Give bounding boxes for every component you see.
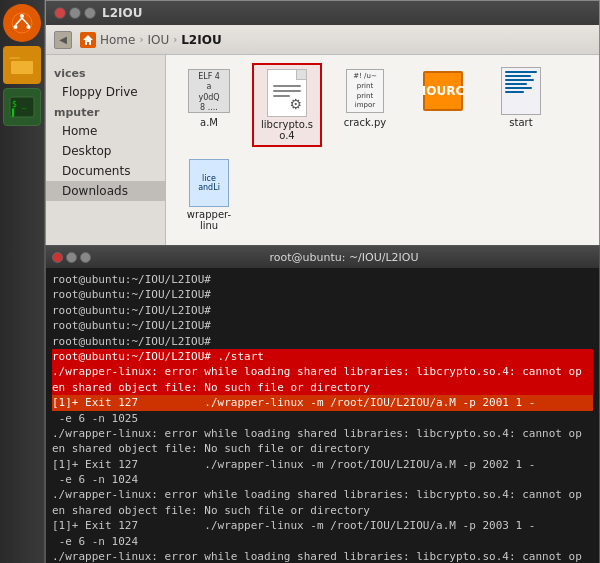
desktop-label: Desktop: [62, 144, 112, 158]
maximize-button[interactable]: [84, 7, 96, 19]
breadcrumb-sep-1: ›: [139, 34, 143, 45]
dock-icon-ubuntu[interactable]: [3, 4, 41, 42]
crackpy-icon-img: #! /u~printprintimpor: [341, 67, 389, 115]
iourc-icon-visual: IOURC: [423, 71, 463, 111]
start-icon-img: [497, 67, 545, 115]
dock-icon-xterm[interactable]: $ _ ▌: [3, 88, 41, 126]
minimize-button[interactable]: [69, 7, 81, 19]
home-icon[interactable]: [80, 32, 96, 48]
breadcrumb-sep-2: ›: [173, 34, 177, 45]
floppy-label: Floppy Drive: [62, 85, 138, 99]
sidebar-item-desktop[interactable]: Desktop: [46, 141, 165, 161]
wrapper-icon-img: liceandLi: [185, 159, 233, 207]
file-icon-wrapper[interactable]: liceandLi wrapper-linu: [174, 155, 244, 235]
file-icon-elf[interactable]: ELF 4ay0dQ8 .... a.M: [174, 63, 244, 147]
term-line-start-cmd: root@ubuntu:~/IOU/L2IOU# ./start: [52, 349, 593, 364]
lib-icon-corner: [296, 70, 306, 80]
breadcrumb-iou[interactable]: IOU: [147, 33, 169, 47]
fm-titlebar: L2IOU: [46, 1, 599, 25]
terminal-body[interactable]: root@ubuntu:~/IOU/L2IOU# root@ubuntu:~/I…: [46, 268, 599, 563]
py-icon-visual: #! /u~printprintimpor: [346, 69, 384, 113]
term-line-opt3: -e 6 -n 1024: [52, 534, 593, 549]
term-max-button[interactable]: [80, 252, 91, 263]
wrapper-icon-visual: liceandLi: [189, 159, 229, 207]
start-icon-label: start: [509, 117, 532, 128]
lib-icon-visual: ⚙: [267, 69, 307, 117]
xterm-icon: $ _ ▌: [9, 96, 35, 118]
elf-icon-label: a.M: [200, 117, 218, 128]
term-line-error1a: ./wrapper-linux: error while loading sha…: [52, 364, 593, 379]
dock: $ _ ▌: [0, 0, 45, 563]
sidebar-section-devices: vices: [46, 63, 165, 82]
breadcrumb-home[interactable]: Home: [100, 33, 135, 47]
home-item-label: Home: [62, 124, 97, 138]
file-icon-start[interactable]: start: [486, 63, 556, 147]
fm-content: ELF 4ay0dQ8 .... a.M ⚙: [166, 55, 599, 259]
term-line-exit1: [1]+ Exit 127 ./wrapper-linux -m /root/I…: [52, 395, 593, 410]
elf-icon-visual: ELF 4ay0dQ8 ....: [188, 69, 230, 113]
term-line-4: root@ubuntu:~/IOU/L2IOU#: [52, 318, 593, 333]
term-line-3: root@ubuntu:~/IOU/L2IOU#: [52, 303, 593, 318]
dock-icon-files[interactable]: [3, 46, 41, 84]
term-close-button[interactable]: [52, 252, 63, 263]
gear-icon: ⚙: [289, 96, 302, 112]
wrapper-icon-label: wrapper-linu: [178, 209, 240, 231]
close-button[interactable]: [54, 7, 66, 19]
term-line-opt1: -e 6 -n 1025: [52, 411, 593, 426]
fm-sidebar: vices Floppy Drive mputer Home Desktop D…: [46, 55, 166, 259]
libcrypto-icon-img: ⚙: [263, 69, 311, 117]
file-icon-libcrypto[interactable]: ⚙ libcrypto.so.4: [252, 63, 322, 147]
term-line-error2a: ./wrapper-linux: error while loading sha…: [52, 426, 593, 441]
start-line-3: [505, 79, 534, 81]
term-line-error3b: en shared object file: No such file or d…: [52, 503, 593, 518]
start-line-2: [505, 75, 531, 77]
titlebar-controls: [54, 7, 96, 19]
sidebar-item-home[interactable]: Home: [46, 121, 165, 141]
fm-body: vices Floppy Drive mputer Home Desktop D…: [46, 55, 599, 259]
iourc-icon-img: IOURC: [419, 67, 467, 115]
back-button[interactable]: ◀: [54, 31, 72, 49]
start-line-1: [505, 71, 537, 73]
lib-line-1: [273, 85, 301, 87]
start-icon-visual: [501, 67, 541, 115]
elf-icon-img: ELF 4ay0dQ8 ....: [185, 67, 233, 115]
svg-point-1: [20, 14, 24, 18]
breadcrumb: Home › IOU › L2IOU: [80, 32, 222, 48]
file-manager-window: L2IOU ◀ Home › IOU › L2IOU vices Floppy …: [45, 0, 600, 260]
term-line-error2b: en shared object file: No such file or d…: [52, 441, 593, 456]
libcrypto-icon-label: libcrypto.so.4: [258, 119, 316, 141]
breadcrumb-l2iou[interactable]: L2IOU: [181, 33, 221, 47]
term-title: root@ubuntu: ~/IOU/L2IOU: [95, 251, 593, 264]
sidebar-section-computer: mputer: [46, 102, 165, 121]
term-line-error3a: ./wrapper-linux: error while loading sha…: [52, 487, 593, 502]
lib-line-2: [273, 90, 301, 92]
term-line-error1b: en shared object file: No such file or d…: [52, 380, 593, 395]
term-line-error4a: ./wrapper-linux: error while loading sha…: [52, 549, 593, 563]
ubuntu-icon: [10, 11, 34, 35]
start-line-6: [505, 91, 524, 93]
svg-point-3: [27, 25, 31, 29]
svg-rect-5: [11, 61, 33, 74]
fm-toolbar: ◀ Home › IOU › L2IOU: [46, 25, 599, 55]
term-line-2: root@ubuntu:~/IOU/L2IOU#: [52, 287, 593, 302]
folder-icon: [8, 53, 36, 77]
sidebar-item-documents[interactable]: Documents: [46, 161, 165, 181]
term-line-1: root@ubuntu:~/IOU/L2IOU#: [52, 272, 593, 287]
start-line-4: [505, 83, 527, 85]
sidebar-item-floppy[interactable]: Floppy Drive: [46, 82, 165, 102]
svg-text:$ _: $ _: [12, 100, 27, 109]
term-titlebar: root@ubuntu: ~/IOU/L2IOU: [46, 246, 599, 268]
term-line-exit2: [1]+ Exit 127 ./wrapper-linux -m /root/I…: [52, 457, 593, 472]
term-min-button[interactable]: [66, 252, 77, 263]
crackpy-icon-label: crack.py: [344, 117, 386, 128]
documents-label: Documents: [62, 164, 130, 178]
sidebar-item-downloads[interactable]: Downloads: [46, 181, 165, 201]
term-controls: [52, 252, 91, 263]
file-icon-iourc[interactable]: IOURC: [408, 63, 478, 147]
downloads-label: Downloads: [62, 184, 128, 198]
start-line-5: [505, 87, 532, 89]
file-icon-crackpy[interactable]: #! /u~printprintimpor crack.py: [330, 63, 400, 147]
term-line-opt2: -e 6 -n 1024: [52, 472, 593, 487]
term-line-5: root@ubuntu:~/IOU/L2IOU#: [52, 334, 593, 349]
svg-point-2: [14, 25, 18, 29]
